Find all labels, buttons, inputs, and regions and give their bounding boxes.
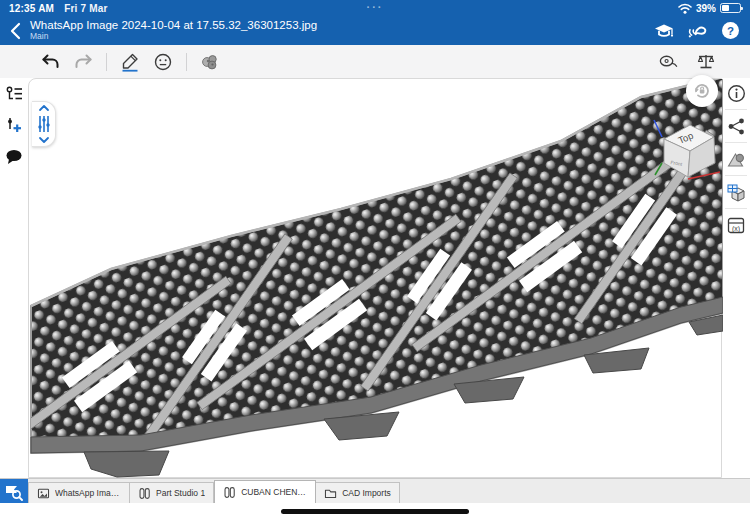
configuration-cube-icon	[726, 183, 746, 202]
derived-parts-button[interactable]	[200, 52, 220, 72]
feature-list-button[interactable]	[0, 80, 28, 106]
follow-mode-button[interactable]	[686, 20, 708, 42]
battery-icon	[720, 3, 741, 13]
clock-time: 12:35 AM	[9, 3, 54, 14]
custom-table-icon: (x)	[726, 216, 746, 235]
home-indicator[interactable]	[281, 509, 469, 514]
rail-separator	[725, 142, 747, 143]
onshape-app: 12:35 AM Fri 7 Mar ··· 39% W	[0, 0, 750, 521]
info-panel-button[interactable]	[722, 78, 750, 108]
graphics-viewport[interactable]: Top Front	[28, 78, 722, 478]
tab-label: WhatsApp Image...	[55, 488, 121, 498]
tabs-strip: WhatsApp Image... Part Studio 1 CUBAN CH…	[28, 479, 400, 503]
battery-percent: 39%	[696, 3, 716, 14]
view-lock-button[interactable]	[686, 75, 718, 107]
tab-label: Part Studio 1	[156, 488, 205, 498]
configurations-button[interactable]	[722, 177, 750, 207]
tab-manager-icon	[4, 483, 24, 501]
scrubber-handle-icon	[35, 103, 53, 145]
view-cube-graphic: Top Front	[652, 113, 724, 189]
redo-button[interactable]	[73, 52, 93, 72]
add-feature-button[interactable]	[0, 112, 28, 138]
rail-separator	[725, 175, 747, 176]
part-studio-icon	[223, 486, 236, 499]
tab-label: CAD Imports	[342, 488, 391, 498]
tab-part-studio-1[interactable]: Part Studio 1	[130, 482, 214, 503]
status-bar: 12:35 AM Fri 7 Mar ··· 39%	[0, 0, 750, 16]
home-area	[0, 503, 750, 521]
multitask-handle[interactable]: ···	[367, 1, 384, 13]
share-icon	[727, 117, 746, 136]
cad-model-cuban-chain	[29, 79, 723, 479]
rotation-lock-icon	[691, 80, 713, 102]
toolbar-divider	[186, 53, 187, 71]
custom-table-glyph: (x)	[732, 224, 740, 232]
comments-button[interactable]	[0, 144, 28, 170]
custom-tables-button[interactable]: (x)	[722, 210, 750, 240]
top-bar: 12:35 AM Fri 7 Mar ··· 39% W	[0, 0, 750, 45]
workspace-name: Main	[30, 32, 317, 42]
tab-manager-button[interactable]	[0, 479, 28, 504]
learning-center-button[interactable]	[653, 20, 675, 42]
redo-icon	[74, 53, 93, 70]
measure-button[interactable]	[658, 52, 678, 72]
mass-properties-button[interactable]	[696, 52, 716, 72]
back-button[interactable]	[0, 16, 30, 45]
share-button[interactable]	[722, 111, 750, 141]
balance-scale-icon	[696, 52, 716, 71]
toolbar-divider	[106, 53, 107, 71]
appearance-icon	[726, 150, 746, 168]
tab-whatsapp-image[interactable]: WhatsApp Image...	[28, 482, 130, 503]
help-glyph: ?	[726, 25, 733, 37]
rollback-scrubber[interactable]	[32, 101, 56, 147]
feature-toolbar	[0, 45, 750, 78]
graduation-cap-icon	[653, 22, 675, 40]
rail-separator	[725, 109, 747, 110]
feature-list-icon	[5, 85, 24, 102]
back-chevron-icon	[10, 22, 21, 40]
rail-separator	[725, 208, 747, 209]
clock-date: Fri 7 Mar	[64, 3, 107, 14]
view-cube[interactable]: Top Front	[652, 113, 724, 189]
parts-cluster-icon	[200, 53, 220, 71]
tab-label: CUBAN CHENE...	[241, 487, 307, 497]
tab-cad-imports[interactable]: CAD Imports	[316, 482, 400, 503]
document-tab-bar: WhatsApp Image... Part Studio 1 CUBAN CH…	[0, 478, 750, 503]
undo-icon	[41, 53, 60, 70]
undo-button[interactable]	[40, 52, 60, 72]
sketch-button[interactable]	[120, 52, 140, 72]
image-icon	[37, 487, 50, 500]
smiley-face-icon	[153, 52, 173, 72]
left-rail	[0, 78, 28, 478]
folder-icon	[324, 487, 337, 500]
appearance-panel-button[interactable]	[722, 144, 750, 174]
info-icon	[727, 84, 746, 103]
comment-bubble-icon	[5, 149, 23, 165]
document-header: WhatsApp Image 2024-10-04 at 17.55.32_36…	[0, 16, 750, 45]
help-icon: ?	[721, 21, 740, 40]
follow-mode-icon	[686, 22, 708, 40]
sketch-pencil-icon	[120, 52, 140, 72]
add-feature-icon	[5, 116, 23, 134]
part-studio-icon	[138, 487, 151, 500]
help-button[interactable]: ?	[719, 20, 741, 42]
wifi-icon	[678, 3, 692, 14]
face-tool-button[interactable]	[153, 52, 173, 72]
document-title: WhatsApp Image 2024-10-04 at 17.55.32_36…	[30, 19, 317, 32]
tape-measure-icon	[658, 53, 678, 70]
right-rail: (x)	[722, 78, 750, 478]
tab-cuban-chene[interactable]: CUBAN CHENE...	[214, 480, 316, 503]
